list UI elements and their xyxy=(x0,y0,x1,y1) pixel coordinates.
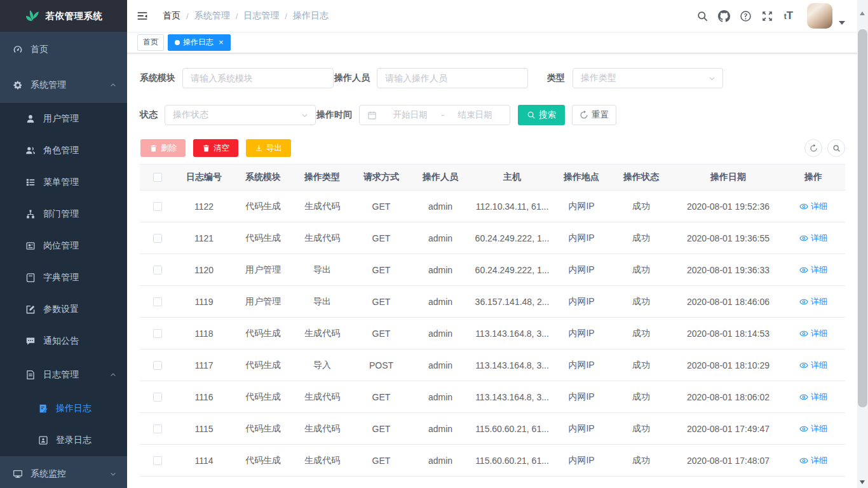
sidebar-item-menu-management[interactable]: 菜单管理 xyxy=(0,166,127,198)
sidebar: 若依管理系统 首页 系统管理 用户管理 角色管理 菜单管理 部门管理 xyxy=(0,0,127,488)
refresh-table-button[interactable] xyxy=(804,139,822,157)
clear-button[interactable]: 清空 xyxy=(193,139,238,157)
tab-operation-log[interactable]: 操作日志 xyxy=(168,34,231,51)
row-checkbox[interactable] xyxy=(153,393,162,402)
font-size-button[interactable]: tT xyxy=(778,0,799,32)
breadcrumb-item: 系统管理 xyxy=(194,10,230,22)
eye-icon xyxy=(799,424,808,433)
host-cell: 60.24.249.222, 1... xyxy=(469,265,555,275)
host-cell: 113.143.164.8, 3... xyxy=(469,360,555,370)
type-label: 类型 xyxy=(528,72,573,84)
tab-label: 首页 xyxy=(143,37,158,48)
detail-link[interactable]: 详细 xyxy=(799,455,827,466)
reset-button[interactable]: 重置 xyxy=(572,105,616,125)
table-row: 1114 代码生成 生成代码 GET admin 115.60.60.21, 6… xyxy=(140,445,845,477)
row-checkbox[interactable] xyxy=(153,424,162,433)
search-button-label: 搜索 xyxy=(539,109,556,121)
sidebar-item-label: 岗位管理 xyxy=(43,240,79,252)
sidebar-item-role-management[interactable]: 角色管理 xyxy=(0,135,127,166)
export-button[interactable]: 导出 xyxy=(246,139,291,157)
header-search-button[interactable] xyxy=(691,0,713,32)
avatar[interactable] xyxy=(807,3,832,29)
date-range-picker[interactable]: 开始日期 - 结束日期 xyxy=(359,105,510,125)
search-button[interactable]: 搜索 xyxy=(518,105,565,125)
operator-input[interactable] xyxy=(377,68,528,88)
detail-link[interactable]: 详细 xyxy=(799,201,827,212)
sidebar-item-dept-management[interactable]: 部门管理 xyxy=(0,198,127,230)
table-row: 1116 代码生成 生成代码 GET admin 113.143.164.8, … xyxy=(140,381,845,413)
action-cell: 详细 xyxy=(782,264,845,276)
main-content: 系统模块 操作人员 类型 操作类型 状态 操作状态 操作时间 开始日期 - 结束… xyxy=(127,53,858,488)
page-scrollbar[interactable] xyxy=(857,0,868,488)
select-all-checkbox[interactable] xyxy=(153,173,162,182)
eye-icon xyxy=(799,234,808,243)
scrollbar-up-arrow-icon[interactable] xyxy=(860,11,865,15)
chevron-down-icon xyxy=(708,74,716,83)
detail-link[interactable]: 详细 xyxy=(799,391,827,403)
module-input[interactable] xyxy=(182,68,334,88)
action-cell: 详细 xyxy=(782,455,845,466)
status-label: 状态 xyxy=(140,109,165,121)
toggle-search-button[interactable] xyxy=(827,139,845,157)
detail-link[interactable]: 详细 xyxy=(799,296,827,308)
op-type-cell: 生成代码 xyxy=(294,455,351,466)
row-checkbox-cell xyxy=(140,393,175,402)
sidebar-item-param-settings[interactable]: 参数设置 xyxy=(0,294,127,325)
sidebar-item-notice[interactable]: 通知公告 xyxy=(0,325,127,357)
detail-link[interactable]: 详细 xyxy=(799,233,827,244)
method-cell: GET xyxy=(351,392,412,402)
scrollbar-thumb[interactable] xyxy=(858,29,867,407)
detail-link[interactable]: 详细 xyxy=(799,423,827,435)
dict-icon xyxy=(25,273,36,283)
detail-link[interactable]: 详细 xyxy=(799,264,827,276)
delete-button[interactable]: 删除 xyxy=(140,139,186,157)
sidebar-item-label: 操作日志 xyxy=(56,403,92,414)
detail-link-label: 详细 xyxy=(811,264,827,276)
sidebar-item-system-management[interactable]: 系统管理 xyxy=(0,67,127,103)
detail-link[interactable]: 详细 xyxy=(799,328,827,339)
row-checkbox-cell xyxy=(140,361,175,370)
user-menu[interactable] xyxy=(807,3,845,29)
export-button-label: 导出 xyxy=(266,143,282,154)
app-logo[interactable]: 若依管理系统 xyxy=(0,0,127,32)
sidebar-item-post-management[interactable]: 岗位管理 xyxy=(0,230,127,262)
date-cell: 2020-08-01 18:14:53 xyxy=(675,329,782,339)
sidebar-item-user-management[interactable]: 用户管理 xyxy=(0,103,127,135)
sidebar-item-log-management[interactable]: 日志管理 xyxy=(0,357,127,393)
breadcrumb-item[interactable]: 首页 xyxy=(163,10,180,22)
operator-cell: admin xyxy=(412,456,469,466)
operator-cell: admin xyxy=(412,297,469,307)
sidebar-item-label: 系统监控 xyxy=(31,468,66,480)
operator-cell: admin xyxy=(412,424,469,434)
tab-home[interactable]: 首页 xyxy=(137,34,164,51)
chevron-up-icon xyxy=(109,371,117,379)
status-select[interactable]: 操作状态 xyxy=(165,105,316,125)
location-cell: 内网IP xyxy=(555,201,607,212)
row-checkbox[interactable] xyxy=(153,456,162,465)
operator-cell: admin xyxy=(412,329,469,339)
scrollbar-down-arrow-icon[interactable] xyxy=(860,480,865,484)
sidebar-item-system-monitor[interactable]: 系统监控 xyxy=(0,456,127,488)
operator-cell: admin xyxy=(412,201,469,212)
fullscreen-button[interactable] xyxy=(756,0,778,32)
sidebar-item-home[interactable]: 首页 xyxy=(0,32,127,67)
sidebar-item-operation-log[interactable]: 操作日志 xyxy=(0,393,127,424)
sidebar-item-login-log[interactable]: 登录日志 xyxy=(0,424,127,456)
eye-icon xyxy=(799,202,808,211)
row-checkbox[interactable] xyxy=(153,361,162,370)
row-checkbox[interactable] xyxy=(153,266,162,274)
row-checkbox[interactable] xyxy=(153,329,162,338)
github-link[interactable] xyxy=(713,0,735,32)
row-checkbox[interactable] xyxy=(153,202,162,211)
type-select[interactable]: 操作类型 xyxy=(573,68,723,88)
detail-link[interactable]: 详细 xyxy=(799,360,827,371)
op-type-cell: 生成代码 xyxy=(294,328,351,339)
row-checkbox[interactable] xyxy=(153,297,162,306)
docs-help-button[interactable] xyxy=(735,0,756,32)
sidebar-item-dict-management[interactable]: 字典管理 xyxy=(0,262,127,294)
close-icon[interactable] xyxy=(219,38,224,46)
sidebar-toggle-button[interactable] xyxy=(127,0,158,32)
method-cell: GET xyxy=(351,297,412,307)
row-checkbox[interactable] xyxy=(153,234,162,243)
breadcrumb-item: 日志管理 xyxy=(243,10,279,22)
